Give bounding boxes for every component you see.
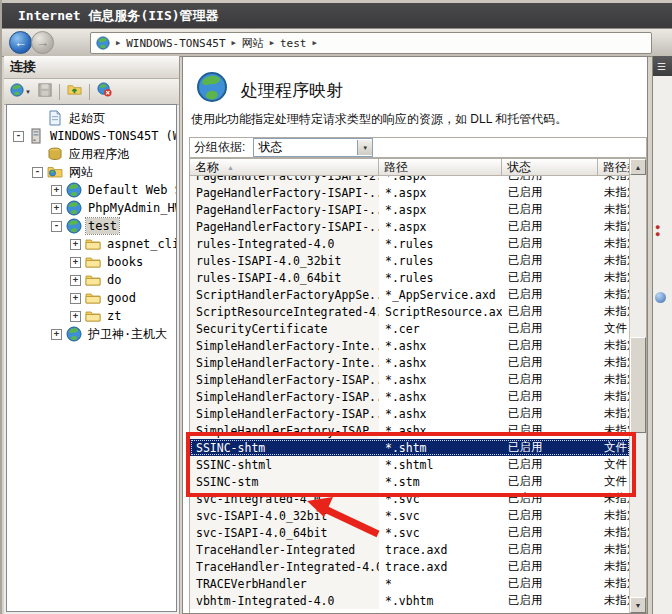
collapse-icon[interactable]: - (13, 131, 24, 142)
toolbar-divider (89, 84, 90, 100)
tree-item-label: zt (105, 308, 123, 324)
back-button[interactable]: ← (9, 31, 32, 54)
table-cell: TraceHandler-Integrated (190, 541, 379, 558)
table-row[interactable]: ScriptHandlerFactoryAppSe...*_AppService… (190, 286, 630, 303)
table-cell: 未指定 (598, 422, 630, 439)
collapse-icon[interactable]: - (51, 221, 62, 232)
column-header-path-type[interactable]: 路径类 (598, 159, 630, 176)
table-row[interactable]: SimpleHandlerFactory-ISAP...*.ashx已启用未指定 (190, 422, 630, 439)
expand-icon[interactable]: + (70, 257, 81, 268)
titlebar[interactable]: Internet 信息服务(IIS)管理器 (2, 3, 672, 28)
table-row[interactable]: TraceHandler-Integrated-4.0trace.axd已启用未… (190, 558, 630, 575)
table-row[interactable]: TRACEVerbHandler*已启用未指定 (190, 575, 630, 592)
table-cell: SimpleHandlerFactory-ISAP... (190, 388, 379, 405)
table-row[interactable]: ScriptResourceIntegrated-4.0ScriptResour… (190, 303, 630, 320)
collapse-icon[interactable]: - (32, 167, 43, 178)
table-row[interactable]: svc-Integrated-4.0*.svc已启用未指定 (190, 490, 630, 507)
feature-globe-icon (196, 71, 228, 103)
table-row[interactable]: TraceHandler-Integratedtrace.axd已启用未指定 (190, 541, 630, 558)
table-cell: *.stm (379, 473, 502, 490)
expand-icon[interactable]: + (70, 311, 81, 322)
globe-icon (66, 218, 82, 234)
table-cell: 已启用 (502, 558, 598, 575)
tree-item[interactable]: -网站 (7, 163, 176, 181)
table-row[interactable]: SimpleHandlerFactory-ISAP...*.ashx已启用未指定 (190, 405, 630, 422)
up-level-button[interactable] (65, 81, 84, 102)
table-cell: 未指定 (598, 252, 630, 269)
table-cell: ScriptResource.axd (379, 303, 502, 320)
toolbar-divider (59, 84, 60, 100)
tree-item[interactable]: +books (7, 253, 176, 271)
tree-item[interactable]: +good (7, 289, 176, 307)
table-row[interactable]: PageHandlerFactory-ISAPI-2.0*.aspx已启用未指定 (190, 176, 630, 184)
table-row[interactable]: svc-ISAPI-4.0_32bit*.svc已启用未指定 (190, 507, 630, 524)
table-row[interactable]: rules-ISAPI-4.0_32bit*.rules已启用未指定 (190, 252, 630, 269)
tree-item[interactable]: +zt (7, 307, 176, 325)
table-cell: 已启用 (502, 354, 598, 371)
table-row[interactable]: SecurityCertificate*.cer已启用文件 (190, 320, 630, 337)
expand-icon[interactable]: + (51, 185, 62, 196)
expand-icon[interactable]: + (51, 203, 62, 214)
column-header-state[interactable]: 状态 (502, 159, 598, 176)
table-row[interactable]: vbhtm-Integrated-4.0*.vbhtm已启用未指定 (190, 592, 630, 609)
table-cell: 未指定 (598, 269, 630, 286)
list-scrollbar[interactable]: ▲ ▼ (629, 159, 646, 613)
expand-icon[interactable]: + (70, 275, 81, 286)
table-row[interactable]: PageHandlerFactory-ISAPI-...*.aspx已启用未指定 (190, 218, 630, 235)
delete-connection-button[interactable] (95, 81, 114, 102)
table-row[interactable]: SimpleHandlerFactory-ISAP...*.ashx已启用未指定 (190, 371, 630, 388)
table-row[interactable]: svc-ISAPI-4.0_64bit*.svc已启用未指定 (190, 524, 630, 541)
table-row[interactable]: SimpleHandlerFactory-Inte...*.ashx已启用未指定 (190, 354, 630, 371)
tree-item[interactable]: -WINDOWS-TONS45T (WIN (7, 127, 176, 145)
create-connection-button[interactable]: ▼ (8, 82, 33, 102)
column-header-path[interactable]: 路径 (379, 159, 502, 176)
tree-item[interactable]: -test (7, 217, 176, 235)
table-cell: svc-ISAPI-4.0_64bit (190, 524, 379, 541)
breadcrumb-item-server[interactable]: WINDOWS-TONS45T (126, 37, 225, 50)
expand-icon[interactable]: + (51, 329, 62, 340)
table-row[interactable]: PageHandlerFactory-ISAPI-...*.aspx已启用未指定 (190, 201, 630, 218)
tree-item[interactable]: +护卫神·主机大 (7, 325, 176, 343)
table-cell: 已启用 (502, 473, 598, 490)
help-icon[interactable] (655, 292, 666, 303)
scroll-up-button[interactable]: ▲ (630, 159, 646, 175)
tree-item[interactable]: 起始页 (7, 109, 176, 127)
table-row[interactable]: SimpleHandlerFactory-Inte...*.ashx已启用未指定 (190, 337, 630, 354)
table-row[interactable]: rules-ISAPI-4.0_64bit*.rules已启用未指定 (190, 269, 630, 286)
tree-item[interactable]: +do (7, 271, 176, 289)
forward-button[interactable]: → (31, 31, 54, 54)
tree-item[interactable]: 应用程序池 (7, 145, 176, 163)
table-cell: 未指定 (598, 490, 630, 507)
expand-icon[interactable]: + (70, 239, 81, 250)
table-row[interactable]: rules-Integrated-4.0*.rules已启用未指定 (190, 235, 630, 252)
group-by-select[interactable]: 状态 ▼ (253, 138, 373, 157)
server-icon (28, 128, 44, 144)
column-header-name[interactable]: 名称 ▲ (190, 159, 379, 176)
table-cell: 未指定 (598, 235, 630, 252)
table-cell: 未指定 (598, 558, 630, 575)
table-cell: * (379, 575, 502, 592)
tree-item[interactable]: +Default Web Si (7, 181, 176, 199)
breadcrumb[interactable]: ▶ WINDOWS-TONS45T ▶ 网站 ▶ test ▶ (90, 32, 652, 54)
table-cell: 已启用 (502, 303, 598, 320)
remove-icon[interactable]: ●● (655, 224, 660, 238)
table-row[interactable]: SimpleHandlerFactory-ISAP...*.ashx已启用未指定 (190, 388, 630, 405)
tree-item[interactable]: +aspnet_cli (7, 235, 176, 253)
globe-icon (66, 326, 82, 342)
globe-icon (66, 200, 82, 216)
table-cell: *.shtm (379, 439, 502, 456)
breadcrumb-item-sites[interactable]: 网站 (242, 36, 264, 51)
table-row[interactable]: SSINC-stm*.stm已启用文件 (190, 473, 630, 490)
table-row[interactable]: PageHandlerFactory-ISAPI-...*.aspx已启用未指定 (190, 184, 630, 201)
table-row[interactable]: SSINC-shtm*.shtm已启用文件 (190, 439, 630, 456)
table-cell: *.ashx (379, 354, 502, 371)
expand-icon[interactable]: + (70, 293, 81, 304)
scrollbar-thumb[interactable] (630, 337, 646, 433)
tree-item[interactable]: +PhpMyAdmin_HWS (7, 199, 176, 217)
breadcrumb-item-site[interactable]: test (280, 37, 307, 50)
scroll-down-button[interactable]: ▼ (630, 597, 646, 613)
tree-item-label: 起始页 (67, 109, 107, 128)
save-connections-button[interactable] (36, 82, 54, 102)
table-row[interactable]: SSINC-shtml*.shtml已启用文件 (190, 456, 630, 473)
table-cell: PageHandlerFactory-ISAPI-... (190, 218, 379, 235)
